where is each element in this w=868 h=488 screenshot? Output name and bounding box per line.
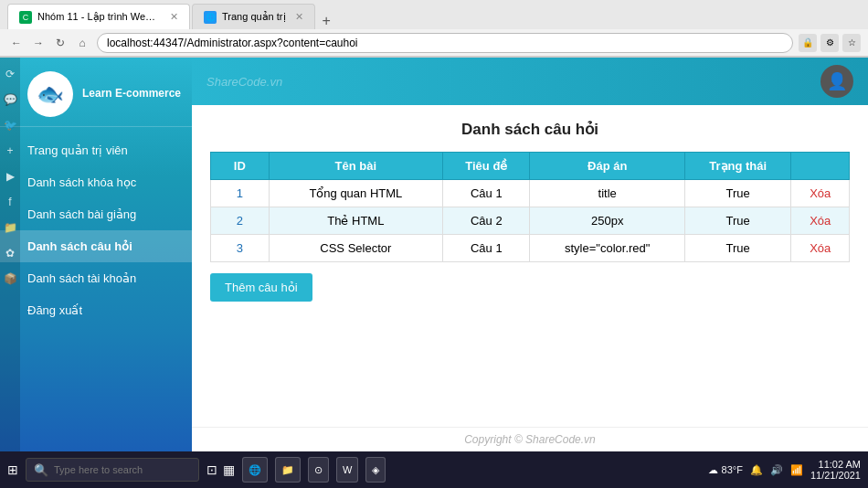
browser-tab-2[interactable]: 🌐 Trang quản trị ✕ bbox=[192, 4, 315, 29]
link-id-1[interactable]: 1 bbox=[237, 186, 243, 200]
page-title: Danh sách câu hỏi bbox=[210, 120, 850, 139]
tab-favicon-1: C bbox=[19, 11, 32, 24]
content-area: Danh sách câu hỏi ID Tên bài Tiêu đề Đáp… bbox=[192, 105, 868, 427]
new-tab-button[interactable]: + bbox=[317, 13, 336, 29]
taskbar-icon-area: ⊡ ▦ bbox=[206, 462, 235, 477]
table-header-status: Trạng thái bbox=[684, 153, 791, 180]
main-content: ShareCode.vn 👤 Danh sách câu hỏi ID Tên … bbox=[192, 58, 868, 451]
taskbar-app-vscode[interactable]: ◈ bbox=[365, 457, 386, 483]
sidebar-item-accounts[interactable]: Danh sách tài khoản bbox=[0, 262, 192, 294]
sidebar-icon-7: 📁 bbox=[3, 220, 17, 235]
sidebar-icon-strip: ⟳ 💬 🐦 + ▶ f 📁 ✿ 📦 bbox=[0, 58, 20, 451]
taskbar-task-icon[interactable]: ⊡ bbox=[206, 462, 217, 477]
windows-icon: ⊞ bbox=[7, 462, 18, 477]
cell-action-1: Xóa bbox=[791, 180, 850, 207]
sidebar-icon-8: ✿ bbox=[3, 246, 17, 260]
link-id-2[interactable]: 2 bbox=[237, 214, 243, 228]
cell-id-1: 1 bbox=[211, 180, 270, 207]
user-avatar[interactable]: 👤 bbox=[820, 65, 853, 98]
header-watermark: ShareCode.vn bbox=[206, 75, 282, 89]
word-icon: W bbox=[343, 464, 352, 475]
home-button[interactable]: ⌂ bbox=[73, 34, 91, 52]
sidebar-icon-1: ⟳ bbox=[3, 67, 17, 81]
taskbar-search-box[interactable]: 🔍 bbox=[26, 458, 199, 482]
browser-extensions: 🔒 ⚙ ☆ bbox=[799, 34, 861, 52]
table-row: 1 Tổng quan HTML Câu 1 title True Xóa bbox=[211, 180, 850, 207]
sidebar-icon-9: 📦 bbox=[3, 271, 17, 286]
sidebar-item-admin[interactable]: Trang quản trị viên bbox=[0, 134, 192, 166]
ext-icon-1: 🔒 bbox=[799, 34, 817, 52]
add-question-button[interactable]: Thêm câu hỏi bbox=[210, 273, 312, 302]
cell-status-2: True bbox=[684, 207, 791, 235]
table-header-name: Tên bài bbox=[269, 153, 443, 180]
taskbar-app-word[interactable]: W bbox=[336, 457, 358, 483]
taskbar-wifi-icon[interactable]: 📶 bbox=[790, 464, 803, 476]
cell-name-2: Thẻ HTML bbox=[269, 207, 443, 235]
delete-button-3[interactable]: Xóa bbox=[810, 241, 831, 255]
table-header-answer: Đáp án bbox=[530, 153, 684, 180]
tab-label-1: Nhóm 11 - Lập trình Web n... bbox=[37, 11, 161, 23]
browser-chrome: C Nhóm 11 - Lập trình Web n... ✕ 🌐 Trang… bbox=[0, 0, 868, 58]
table-header-action bbox=[791, 153, 850, 180]
browser-controls: ← → ↻ ⌂ bbox=[7, 34, 91, 52]
app-container: ⟳ 💬 🐦 + ▶ f 📁 ✿ 📦 🐟 Learn E-commerce Tra… bbox=[0, 58, 868, 451]
sidebar-icon-3: 🐦 bbox=[3, 118, 17, 133]
delete-button-2[interactable]: Xóa bbox=[810, 214, 831, 228]
taskbar-app-chrome[interactable]: ⊙ bbox=[308, 457, 329, 483]
tab-close-2[interactable]: ✕ bbox=[295, 11, 303, 23]
cell-status-1: True bbox=[684, 180, 791, 207]
clock-time: 11:02 AM bbox=[810, 459, 861, 470]
taskbar-notification-icon[interactable]: 🔔 bbox=[750, 464, 763, 476]
taskbar-app-edge[interactable]: 🌐 bbox=[242, 457, 268, 483]
cell-answer-2: 250px bbox=[530, 207, 684, 235]
back-button[interactable]: ← bbox=[7, 34, 26, 52]
sidebar-nav: Trang quản trị viên Danh sách khóa học D… bbox=[0, 127, 192, 451]
sidebar-item-questions[interactable]: Danh sách câu hỏi bbox=[0, 230, 192, 262]
sidebar-logo: 🐟 bbox=[27, 71, 73, 117]
chrome-icon: ⊙ bbox=[314, 464, 323, 476]
cell-name-3: CSS Selector bbox=[269, 235, 443, 262]
browser-tab-bar: C Nhóm 11 - Lập trình Web n... ✕ 🌐 Trang… bbox=[0, 0, 868, 29]
cell-title-1: Câu 1 bbox=[443, 180, 530, 207]
cell-title-3: Câu 1 bbox=[443, 235, 530, 262]
edge-icon: 🌐 bbox=[249, 464, 261, 476]
sidebar-icon-4: + bbox=[3, 143, 17, 158]
questions-table: ID Tên bài Tiêu đề Đáp án Trạng thái 1 T… bbox=[210, 152, 850, 262]
taskbar-volume-icon[interactable]: 🔊 bbox=[770, 464, 783, 476]
clock-date: 11/21/2021 bbox=[810, 470, 861, 481]
tab-label-2: Trang quản trị bbox=[222, 11, 286, 23]
table-header-id: ID bbox=[211, 153, 270, 180]
weather-icon: ☁ bbox=[708, 464, 718, 476]
sidebar-item-logout[interactable]: Đăng xuất bbox=[0, 294, 192, 326]
reload-button[interactable]: ↻ bbox=[51, 34, 69, 52]
taskbar-widgets-icon[interactable]: ▦ bbox=[223, 462, 235, 477]
taskbar-search-input[interactable] bbox=[54, 464, 191, 475]
taskbar-clock: 11:02 AM 11/21/2021 bbox=[810, 459, 861, 481]
sidebar-logo-text: Learn E-commerce bbox=[82, 87, 181, 101]
forward-button[interactable]: → bbox=[29, 34, 48, 52]
browser-tab-1[interactable]: C Nhóm 11 - Lập trình Web n... ✕ bbox=[7, 4, 190, 29]
sidebar-item-lectures[interactable]: Danh sách bài giảng bbox=[0, 198, 192, 230]
link-id-3[interactable]: 3 bbox=[237, 241, 243, 255]
taskbar: ⊞ 🔍 ⊡ ▦ 🌐 📁 ⊙ W ◈ ☁ 83°F 🔔 🔊 📶 11:02 AM … bbox=[0, 451, 868, 488]
ext-icon-2: ⚙ bbox=[820, 34, 839, 52]
delete-button-1[interactable]: Xóa bbox=[810, 186, 831, 200]
address-bar: ← → ↻ ⌂ 🔒 ⚙ ☆ bbox=[0, 29, 868, 57]
ext-icon-3: ☆ bbox=[842, 34, 861, 52]
sidebar-icon-2: 💬 bbox=[3, 92, 17, 107]
cell-id-2: 2 bbox=[211, 207, 270, 235]
weather-area: ☁ 83°F bbox=[708, 464, 743, 476]
search-icon: 🔍 bbox=[34, 463, 48, 477]
cell-title-2: Câu 2 bbox=[443, 207, 530, 235]
taskbar-app-folder[interactable]: 📁 bbox=[275, 457, 301, 483]
address-input[interactable] bbox=[97, 33, 793, 53]
weather-temp: 83°F bbox=[722, 464, 743, 475]
cell-status-3: True bbox=[684, 235, 791, 262]
tab-close-1[interactable]: ✕ bbox=[170, 11, 178, 23]
sidebar-item-courses[interactable]: Danh sách khóa học bbox=[0, 166, 192, 198]
taskbar-start[interactable]: ⊞ bbox=[7, 462, 18, 477]
folder-icon: 📁 bbox=[281, 464, 294, 476]
tab-favicon-2: 🌐 bbox=[204, 11, 217, 24]
cell-answer-1: title bbox=[530, 180, 684, 207]
cell-action-3: Xóa bbox=[791, 235, 850, 262]
